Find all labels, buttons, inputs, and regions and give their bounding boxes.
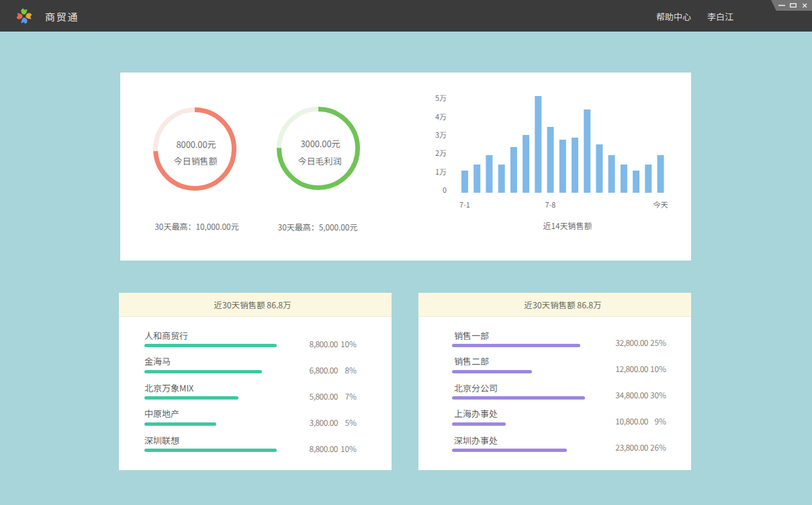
svg-text:0: 0: [443, 184, 447, 195]
svg-text:今天: 今天: [653, 199, 668, 210]
svg-text:1万: 1万: [435, 166, 447, 177]
svg-text:3万: 3万: [435, 129, 447, 140]
svg-text:2万: 2万: [435, 147, 447, 158]
svg-text:7-8: 7-8: [545, 199, 556, 210]
svg-text:5万: 5万: [435, 92, 447, 103]
svg-text:近14天销售额: 近14天销售额: [543, 220, 592, 231]
svg-text:4万: 4万: [435, 111, 447, 122]
svg-text:7-1: 7-1: [459, 199, 470, 210]
